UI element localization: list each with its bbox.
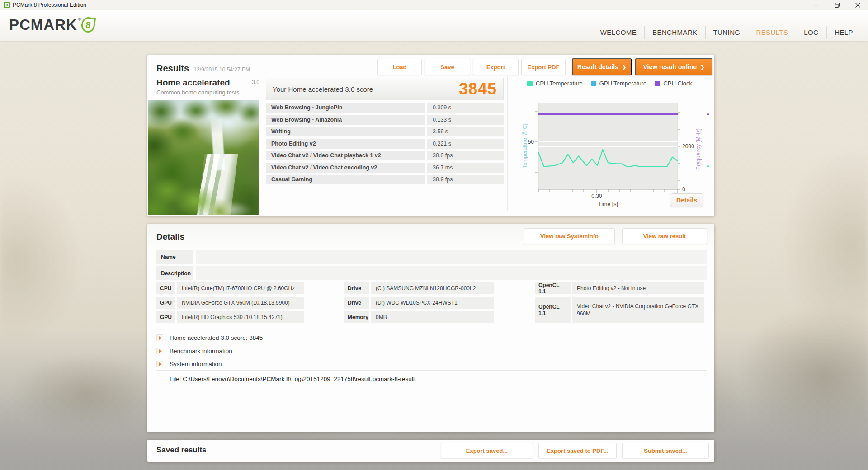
right-axis-tick-0: 0 — [682, 186, 685, 193]
save-button[interactable]: Save — [425, 59, 470, 75]
test-label: Casual Gaming — [266, 175, 425, 184]
saved-results-panel: Saved results Export saved... Export sav… — [147, 440, 714, 462]
name-field[interactable] — [196, 250, 707, 264]
saved-results-title: Saved results — [156, 446, 207, 455]
test-value: 38.9 fps — [427, 175, 504, 184]
spec-row-drive-c: Drive (C:) SAMSUNG MZNLN128HCGR-000L2 — [344, 282, 494, 294]
spec-value: (C:) SAMSUNG MZNLN128HCGR-000L2 — [371, 282, 494, 294]
close-icon[interactable] — [847, 0, 868, 10]
window-title: PCMark 8 Professional Edition — [13, 2, 86, 8]
spec-key: CPU — [156, 282, 175, 294]
score-block: Your Home accelerated 3.0 score 3845 — [266, 78, 504, 100]
view-raw-result-button[interactable]: View raw result — [622, 228, 707, 244]
description-row: Description — [156, 266, 707, 280]
export-pdf-button[interactable]: Export PDF — [521, 59, 566, 75]
spec-row-drive-d: Drive (D:) WDC WD10SPCX-24HWST1 — [344, 297, 494, 309]
legend-label: CPU Temperature — [536, 80, 583, 87]
test-label: Video Chat v2 / Video Chat encoding v2 — [266, 163, 425, 173]
load-button[interactable]: Load — [377, 59, 422, 75]
test-value: 30.0 fps — [427, 151, 504, 160]
right-axis-tick-2000: 2000 — [682, 143, 694, 150]
spec-row-opencl-2: OpenCL 1.1 Video Chat v2 - NVIDIA Corpor… — [535, 297, 704, 323]
logo-leaf-8-icon: 8 — [80, 16, 96, 33]
details-panel: Details View raw SystemInfo View raw res… — [147, 224, 714, 432]
description-field[interactable] — [196, 266, 707, 280]
export-button[interactable]: Export — [473, 59, 519, 75]
result-details-button[interactable]: Result details ❯ — [572, 58, 632, 75]
chart-details-button[interactable]: Details — [670, 193, 703, 207]
legend-gpu-temperature: GPU Temperature — [591, 80, 647, 87]
benchmark-header: Home accelerated 3.0 Common home computi… — [156, 78, 259, 96]
spec-key: GPU — [156, 297, 175, 309]
spec-key: GPU — [156, 311, 175, 323]
spec-row-gpu1: GPU NVIDIA GeForce GTX 960M (10.18.13.59… — [156, 297, 304, 309]
name-row: Name — [156, 250, 707, 264]
expand-row-system-info[interactable]: System information — [156, 358, 707, 371]
export-saved-pdf-button[interactable]: Export saved to PDF... — [538, 443, 617, 458]
nav-log[interactable]: LOG — [796, 26, 826, 39]
nav-results[interactable]: RESULTS — [748, 26, 796, 39]
results-toolbar: Load Save Export Export PDF Result detai… — [377, 58, 712, 75]
waterfall-front-bushes — [148, 170, 239, 215]
restore-icon[interactable] — [826, 0, 847, 10]
test-label: Photo Editing v2 — [266, 139, 425, 149]
spec-value: Photo Editing v2 - Not in use — [572, 282, 704, 294]
spec-row-memory: Memory 0MB — [344, 311, 494, 323]
test-results-table: Web Browsing - JunglePin 0.309 s Web Bro… — [266, 103, 504, 187]
test-value: 3.59 s — [427, 127, 504, 136]
table-row: Photo Editing v2 0.221 s — [266, 139, 504, 149]
view-raw-systeminfo-button[interactable]: View raw SystemInfo — [524, 228, 615, 244]
expand-arrow-icon[interactable] — [156, 361, 163, 367]
nav-help[interactable]: HELP — [826, 26, 861, 39]
legend-cpu-clock: CPU Clock — [655, 80, 692, 87]
test-value: 0.309 s — [427, 103, 504, 113]
result-details-label: Result details — [577, 63, 618, 70]
main-nav: WELCOME BENCHMARK TUNING RESULTS LOG HEL… — [593, 25, 861, 40]
score-value: 3845 — [459, 80, 497, 99]
expand-row-benchmark-info[interactable]: Benchmark information — [156, 345, 707, 357]
export-saved-button[interactable]: Export saved... — [441, 443, 533, 458]
spec-value: 0MB — [371, 311, 494, 323]
benchmark-subtitle: Common home computing tests — [156, 89, 259, 96]
table-row: Writing 3.59 s — [266, 127, 504, 136]
table-row: Web Browsing - JunglePin 0.309 s — [266, 103, 504, 113]
results-title-block: Results 12/9/2015 10:54:27 PM — [156, 63, 250, 74]
legend-cpu-temperature: CPU Temperature — [527, 80, 583, 87]
view-result-online-button[interactable]: View result online ❯ — [635, 58, 712, 75]
test-value: 36.7 ms — [427, 163, 504, 173]
waterfall-thumbnail — [148, 100, 259, 215]
spec-key: Drive — [344, 297, 369, 309]
nav-welcome[interactable]: WELCOME — [593, 26, 644, 39]
submit-saved-button[interactable]: Submit saved... — [622, 443, 709, 458]
app-header: PCMARK ® 8 WELCOME BENCHMARK TUNING RESU… — [0, 10, 868, 41]
expand-arrow-icon[interactable] — [156, 348, 163, 354]
x-axis-tick-030: 0:30 — [591, 193, 602, 199]
spec-key: Drive — [344, 282, 369, 294]
test-label: Writing — [266, 127, 425, 136]
expand-row-label: Benchmark information — [170, 348, 232, 354]
spec-value: NVIDIA GeForce GTX 960M (10.18.13.5900) — [177, 297, 304, 309]
expand-row-score[interactable]: Home accelerated 3.0 score: 3845 — [156, 332, 707, 344]
right-axis-label: Frequency [MHz] — [695, 128, 702, 169]
minimize-icon[interactable] — [806, 0, 826, 10]
pcmark-app-icon: 8 — [4, 2, 10, 8]
expand-arrow-icon[interactable] — [156, 334, 163, 341]
spec-key: Memory — [344, 311, 369, 323]
results-panel: Results 12/9/2015 10:54:27 PM Load Save … — [147, 55, 714, 216]
nav-tuning[interactable]: TUNING — [705, 26, 748, 39]
test-label: Web Browsing - JunglePin — [266, 103, 425, 113]
spec-row-opencl-1: OpenCL 1.1 Photo Editing v2 - Not in use — [535, 282, 704, 294]
registered-mark-icon: ® — [78, 17, 81, 22]
benchmark-name: Home accelerated — [156, 78, 230, 88]
benchmark-version: 3.0 — [252, 79, 259, 85]
chevron-right-icon: ❯ — [622, 64, 626, 70]
expand-row-label: Home accelerated 3.0 score: 3845 — [170, 334, 263, 341]
results-title: Results — [156, 63, 189, 74]
spec-value: (D:) WDC WD10SPCX-24HWST1 — [371, 297, 494, 309]
cpu-temperature-endpoint-dot — [707, 165, 709, 167]
nav-benchmark[interactable]: BENCHMARK — [644, 26, 705, 39]
test-value: 0.221 s — [427, 139, 504, 149]
score-label: Your Home accelerated 3.0 score — [273, 85, 373, 93]
expand-row-label: System information — [170, 361, 222, 367]
left-axis-label: Temperature [Â°C] — [521, 124, 528, 169]
